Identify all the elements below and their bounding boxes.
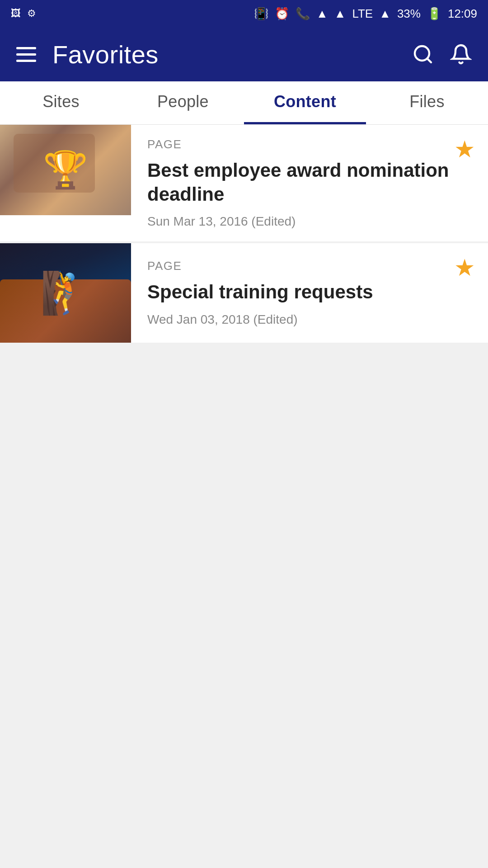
card-thumbnail-2 <box>0 243 131 343</box>
star-icon-2[interactable]: ★ <box>454 254 475 281</box>
card-body-1: PAGE Best employee award nomination dead… <box>131 125 488 241</box>
call-icon: 📞 <box>296 7 310 21</box>
settings-icon: ⚙ <box>27 8 36 19</box>
tab-sites[interactable]: Sites <box>0 81 122 124</box>
card-title-1: Best employee award nomination deadline <box>147 159 475 206</box>
card-date-2: Wed Jan 03, 2018 (Edited) <box>147 312 475 327</box>
star-icon-1[interactable]: ★ <box>454 136 475 163</box>
tab-files[interactable]: Files <box>366 81 488 124</box>
notifications-button[interactable] <box>450 43 472 65</box>
search-button[interactable] <box>412 43 434 65</box>
svg-line-1 <box>427 58 431 62</box>
photo-icon: 🖼 <box>11 8 21 19</box>
content-area: PAGE Best employee award nomination dead… <box>0 125 488 372</box>
signal2-icon: ▲ <box>379 7 391 21</box>
card-body-2: PAGE Special training requests Wed Jan 0… <box>131 243 488 343</box>
time-label: 12:09 <box>448 7 477 21</box>
status-bar-left: 🖼 ⚙ <box>11 8 36 19</box>
card-employee-award[interactable]: PAGE Best employee award nomination dead… <box>0 125 488 241</box>
app-title: Favorites <box>52 40 159 69</box>
lte-label: LTE <box>352 7 373 21</box>
thumbnail-image-2 <box>0 243 131 343</box>
thumbnail-image-1 <box>0 125 131 215</box>
status-bar-right: 📳 ⏰ 📞 ▲ ▲ LTE ▲ 33% 🔋 12:09 <box>254 7 477 21</box>
card-date-1: Sun Mar 13, 2016 (Edited) <box>147 214 475 229</box>
app-bar: Favorites <box>0 27 488 81</box>
signal-icon: ▲ <box>334 7 346 21</box>
tab-people[interactable]: People <box>122 81 244 124</box>
app-bar-left: Favorites <box>16 40 159 69</box>
app-bar-right <box>412 43 472 65</box>
card-special-training[interactable]: PAGE Special training requests Wed Jan 0… <box>0 243 488 343</box>
vibrate-icon: 📳 <box>254 7 268 21</box>
card-type-2: PAGE <box>147 259 475 273</box>
tab-content[interactable]: Content <box>244 81 366 124</box>
status-bar: 🖼 ⚙ 📳 ⏰ 📞 ▲ ▲ LTE ▲ 33% 🔋 12:09 <box>0 0 488 27</box>
menu-button[interactable] <box>16 47 36 62</box>
wifi-icon: ▲ <box>316 7 328 21</box>
card-type-1: PAGE <box>147 137 475 151</box>
alarm-icon: ⏰ <box>275 7 289 21</box>
battery-icon: 🔋 <box>427 7 441 21</box>
tabs-bar: Sites People Content Files <box>0 81 488 125</box>
battery-label: 33% <box>397 7 421 21</box>
card-thumbnail-1 <box>0 125 131 241</box>
card-title-2: Special training requests <box>147 280 475 304</box>
